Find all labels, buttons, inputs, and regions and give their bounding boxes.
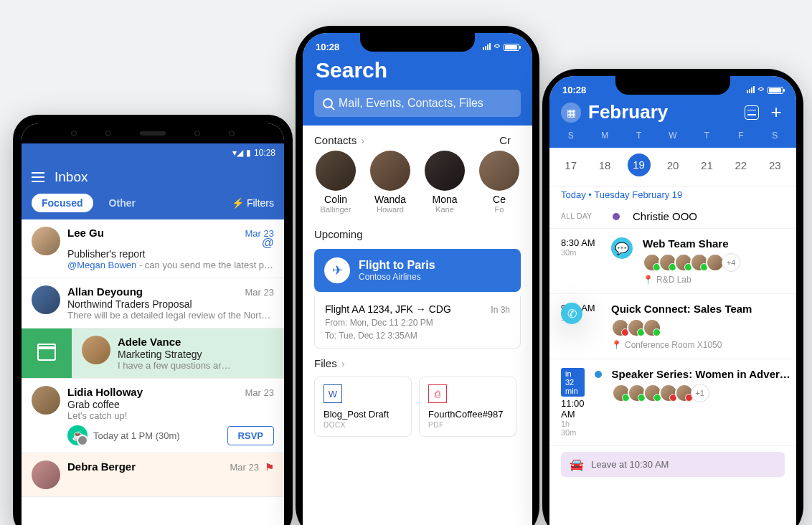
event-row[interactable]: in 32 min 11:00 AM 1h 30m Speaker Series…: [549, 359, 796, 446]
day[interactable]: 17: [554, 153, 587, 177]
contact-item[interactable]: MonaKane: [419, 151, 471, 214]
event-row[interactable]: 8:30 AM30m 💬 Web Team Share +4 📍R&D Lab: [549, 229, 796, 294]
day[interactable]: 21: [690, 153, 724, 177]
calendar-dot-icon: [595, 371, 602, 378]
avatar: [32, 227, 60, 255]
email-row-swiped[interactable]: Adele Vance Marketing Strategy I have a …: [22, 328, 284, 379]
preview: @Megan Bowen - can you send me the lates…: [67, 260, 274, 270]
event-title: Quick Connect: Sales Team: [611, 303, 785, 315]
avatar: [316, 151, 356, 191]
date: Mar 23: [245, 287, 274, 298]
event-title: Speaker Series: Women in Adver…: [612, 368, 790, 380]
flag-icon: ⚑: [265, 461, 274, 474]
tab-focused[interactable]: Focused: [32, 194, 93, 212]
email-row[interactable]: Lee Gu Mar 23 @ Publisher's report @Mega…: [22, 219, 284, 278]
subject: Northwind Traders Proposal: [67, 298, 274, 310]
sender: Allan Deyoung: [67, 285, 143, 298]
flight-countdown: In 3h: [491, 305, 510, 315]
email-row[interactable]: Debra Berger Mar 23 ⚑: [22, 453, 284, 497]
search-placeholder: Mail, Events, Contacts, Files: [339, 97, 483, 110]
files-section-header[interactable]: Files›: [303, 349, 532, 374]
event-row[interactable]: 9:00 AM1h ✆ Quick Connect: Sales Team 📍C…: [549, 294, 796, 359]
contact-item[interactable]: CeFo: [473, 151, 525, 214]
file-type: PDF: [428, 421, 507, 429]
day[interactable]: 18: [587, 153, 621, 177]
car-icon: 🚘: [570, 458, 584, 471]
event-icon: ☕: [67, 425, 88, 445]
event-location: R&D Lab: [656, 275, 691, 285]
tab-other[interactable]: Other: [99, 194, 146, 212]
day-picker[interactable]: 17 18 19 20 21 22 23: [549, 148, 796, 186]
contacts-section-header[interactable]: Contacts›: [303, 126, 376, 151]
search-input[interactable]: Mail, Events, Contacts, Files: [314, 90, 521, 117]
calendar-icon[interactable]: ▦: [561, 103, 581, 123]
event-time: 8:30 AM: [561, 237, 601, 248]
file-name: FourthCoffee#987: [428, 409, 507, 420]
upcoming-title: Flight to Paris: [359, 259, 435, 272]
flight-details[interactable]: Flight AA 1234, JFK → CDG In 3h From: Mo…: [314, 296, 521, 349]
month-title[interactable]: February: [588, 101, 736, 123]
signal-icon: [482, 42, 491, 52]
phone-icon: ✆: [561, 303, 582, 324]
android-status-bar: ▾◢ ▮ 10:28: [22, 143, 284, 162]
subject: Grab coffee: [67, 399, 274, 410]
agenda-button[interactable]: [743, 104, 760, 121]
avatar: [643, 318, 661, 337]
attendee-overflow: +1: [691, 384, 709, 402]
rsvp-button[interactable]: RSVP: [227, 426, 274, 445]
avatar: [32, 285, 60, 314]
allday-row[interactable]: ALL DAY Christie OOO: [549, 204, 796, 229]
archive-button[interactable]: [22, 328, 72, 378]
day-selected[interactable]: 19: [628, 153, 651, 176]
email-row[interactable]: Lidia Holloway Mar 23 Grab coffee Let's …: [22, 379, 284, 453]
archive-icon: [37, 346, 56, 361]
attendee-overflow: +4: [722, 253, 740, 272]
contact-item[interactable]: WandaHoward: [364, 151, 416, 214]
day[interactable]: 20: [656, 153, 689, 177]
word-icon: W: [324, 384, 342, 403]
wifi-icon: ⌔: [494, 42, 500, 52]
flight-to: To: Tue, Dec 12 3:35AM: [325, 331, 510, 341]
date: Mar 23: [245, 387, 274, 398]
list-icon: [745, 105, 759, 120]
status-time: 10:28: [254, 148, 275, 158]
event-title: Web Team Share: [643, 237, 785, 250]
upcoming-card[interactable]: ✈ Flight to Paris Contoso Airlines: [314, 249, 521, 292]
date: Mar 23: [230, 462, 259, 473]
file-card[interactable]: ⎙ FourthCoffee#987 PDF: [419, 377, 516, 437]
upcoming-section-header: Upcoming: [303, 219, 532, 245]
day[interactable]: 22: [724, 153, 757, 177]
sender: Lidia Holloway: [67, 386, 143, 398]
avatar: [32, 460, 60, 489]
chevron-right-icon: ›: [361, 134, 364, 146]
chevron-right-icon: ›: [341, 357, 345, 369]
attendee-stack: +4: [643, 253, 785, 272]
file-card[interactable]: W Blog_Post Draft DOCX: [314, 377, 412, 437]
allday-label: ALL DAY: [561, 212, 600, 220]
add-event-button[interactable]: +: [768, 104, 785, 121]
filters-button[interactable]: ⚡ Filters: [232, 197, 274, 209]
hamburger-icon[interactable]: [32, 169, 44, 185]
file-name: Blog_Post Draft: [324, 409, 402, 420]
avatar: [32, 386, 60, 415]
event-location: Conference Room X1050: [625, 340, 722, 350]
plane-icon: ✈: [324, 257, 350, 283]
leave-text: Leave at 10:30 AM: [591, 459, 669, 470]
today-label: Today • Tuesday February 19: [549, 186, 796, 204]
day[interactable]: 23: [758, 153, 792, 177]
status-time: 10:28: [316, 42, 339, 52]
email-row[interactable]: Allan Deyoung Mar 23 Northwind Traders P…: [22, 278, 284, 328]
event-time: Today at 1 PM (30m): [93, 430, 180, 441]
search-icon: [323, 98, 333, 108]
event-duration: 1h 30m: [561, 420, 585, 437]
mention-icon: @: [245, 239, 274, 247]
attendee-stack: +1: [612, 384, 790, 402]
sender: Debra Berger: [67, 460, 136, 473]
section-header-right[interactable]: Cr: [499, 126, 522, 151]
preview: I have a few questions ar…: [118, 360, 274, 371]
contact-item[interactable]: ColinBallinger: [310, 151, 362, 214]
allday-title: Christie OOO: [633, 210, 697, 222]
leave-suggestion[interactable]: 🚘 Leave at 10:30 AM: [561, 452, 785, 477]
battery-icon: [768, 87, 783, 94]
upcoming-subtitle: Contoso Airlines: [359, 272, 435, 282]
